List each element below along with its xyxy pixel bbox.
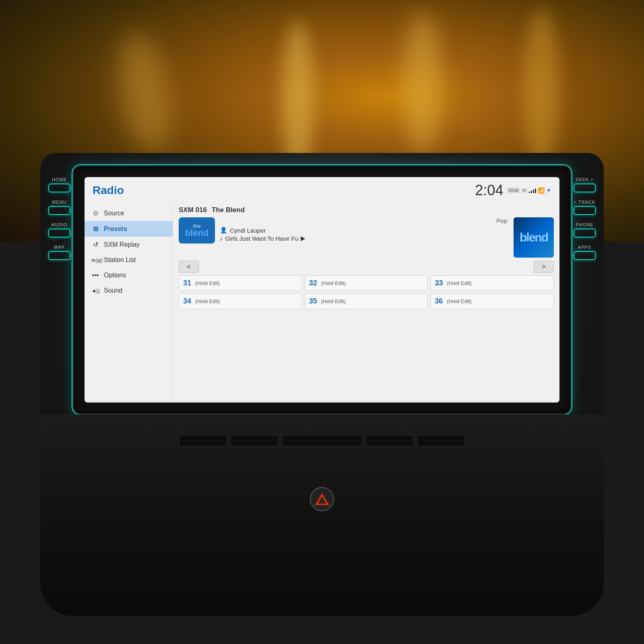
nav-item-presets[interactable]: ⊞ Presets bbox=[85, 221, 173, 237]
seek-label: SEEK > bbox=[576, 177, 594, 182]
sxm-replay-label: SXM Replay bbox=[104, 241, 140, 248]
preset-34-label: (Hold Edit) bbox=[195, 298, 220, 304]
station-list-label: Station List bbox=[104, 256, 136, 264]
track-btn-group: < TRACK bbox=[574, 200, 596, 215]
preset-34-number: 34 bbox=[183, 297, 193, 305]
dcm-icon-1: DCM bbox=[507, 188, 520, 193]
apps-btn-group: APPS bbox=[574, 245, 596, 260]
infotainment-screen: Radio 2:04 DCM ≡≡ 📶 ✶ bbox=[85, 177, 559, 402]
nav-item-station-list[interactable]: ≋(ψ) Station List bbox=[85, 252, 173, 268]
sxm-replay-icon: ↺ bbox=[91, 241, 100, 248]
signal-bars bbox=[529, 188, 536, 193]
nav-menu: ⊙ Source ⊞ Presets ↺ SXM Replay ≋(ψ) Sta… bbox=[85, 202, 173, 402]
track-row: ♪ Girls Just Want To Have Fu ▶ bbox=[220, 235, 509, 242]
station-channel: SXM 016 bbox=[179, 206, 207, 214]
status-icons: DCM ≡≡ 📶 ✶ bbox=[507, 187, 551, 194]
menu-label: MENU bbox=[52, 200, 66, 204]
presets-label: Presets bbox=[104, 225, 127, 233]
station-info-row: SXM 016 The Blend bbox=[179, 206, 554, 214]
track-button[interactable] bbox=[574, 206, 596, 215]
dcm-icon-2: ≡≡ bbox=[521, 188, 527, 193]
vent-slot-3 bbox=[282, 435, 362, 447]
nav-item-source[interactable]: ⊙ Source bbox=[85, 205, 173, 221]
next-arrow-icon: > bbox=[542, 263, 545, 270]
preset-35-label: (Hold Edit) bbox=[321, 298, 346, 304]
next-arrow-button[interactable]: > bbox=[534, 261, 554, 273]
signal-bar-3 bbox=[533, 190, 534, 193]
preset-button-35[interactable]: 35 (Hold Edit) bbox=[305, 293, 428, 309]
preset-button-31[interactable]: 31 (Hold Edit) bbox=[179, 275, 302, 291]
screen-time: 2:04 bbox=[475, 182, 503, 199]
presets-icon: ⊞ bbox=[91, 225, 100, 233]
preset-35-number: 35 bbox=[309, 297, 319, 305]
screen-title: Radio bbox=[93, 184, 124, 197]
source-label: Source bbox=[104, 210, 124, 217]
map-btn-group: MAP bbox=[48, 245, 70, 260]
station-list-icon: ≋(ψ) bbox=[91, 257, 100, 263]
vent-slot-5 bbox=[417, 435, 465, 447]
preset-33-label: (Hold Edit) bbox=[447, 280, 471, 286]
nav-item-sound[interactable]: ◄)) Sound bbox=[85, 283, 173, 298]
prev-arrow-button[interactable]: < bbox=[179, 261, 199, 273]
options-label: Options bbox=[104, 272, 126, 279]
hazard-triangle-icon bbox=[315, 493, 329, 505]
screen-bezel: Radio 2:04 DCM ≡≡ 📶 ✶ bbox=[72, 165, 572, 415]
apps-button[interactable] bbox=[574, 251, 596, 260]
bg-glow-4 bbox=[523, 8, 559, 169]
vent-slot-1 bbox=[179, 435, 227, 447]
bluetooth-icon: 📶 bbox=[538, 187, 545, 194]
preset-31-label: (Hold Edit) bbox=[195, 280, 220, 286]
preset-button-34[interactable]: 34 (Hold Edit) bbox=[179, 293, 302, 309]
phone-button[interactable] bbox=[574, 229, 596, 237]
seek-btn-group: SEEK > bbox=[574, 177, 596, 192]
source-icon: ⊙ bbox=[91, 209, 100, 217]
map-button[interactable] bbox=[48, 251, 70, 260]
vent-row bbox=[179, 435, 465, 447]
signal-bar-4 bbox=[535, 188, 536, 193]
preset-33-number: 33 bbox=[435, 279, 444, 287]
bluetooth-symbol: ✶ bbox=[546, 187, 551, 194]
right-button-group: SEEK > < TRACK PHONE APPS bbox=[574, 177, 596, 260]
left-button-group: HOME MENU AUDIO MAP bbox=[48, 177, 70, 260]
artwork-text: blend bbox=[520, 231, 548, 244]
hazard-button[interactable] bbox=[310, 487, 334, 511]
play-icon: ▶ bbox=[301, 235, 305, 242]
preset-36-number: 36 bbox=[435, 297, 444, 305]
genre-label: Pop bbox=[496, 217, 507, 224]
vent-slot-4 bbox=[365, 435, 414, 447]
station-artwork: blend bbox=[514, 217, 554, 258]
home-label: HOME bbox=[52, 177, 67, 182]
preset-32-label: (Hold Edit) bbox=[321, 280, 346, 286]
signal-bar-2 bbox=[531, 191, 532, 193]
preset-31-number: 31 bbox=[183, 279, 193, 287]
menu-button[interactable] bbox=[48, 206, 70, 215]
audio-btn-group: AUDIO bbox=[48, 222, 70, 237]
home-btn-group: HOME bbox=[48, 177, 70, 192]
preset-button-33[interactable]: 33 (Hold Edit) bbox=[430, 275, 554, 291]
preset-button-36[interactable]: 36 (Hold Edit) bbox=[430, 293, 554, 309]
nav-item-sxm-replay[interactable]: ↺ SXM Replay bbox=[85, 237, 173, 252]
home-button[interactable] bbox=[48, 184, 70, 192]
preset-button-32[interactable]: 32 (Hold Edit) bbox=[305, 275, 428, 291]
bg-glow-3 bbox=[402, 12, 443, 153]
presets-grid: 31 (Hold Edit) 32 (Hold Edit) 33 (Hold E… bbox=[179, 275, 554, 309]
seek-button[interactable] bbox=[574, 184, 596, 192]
preset-32-number: 32 bbox=[309, 279, 319, 287]
track-icon: ♪ bbox=[220, 235, 223, 242]
vent-slot-2 bbox=[230, 435, 279, 447]
signal-bar-1 bbox=[529, 192, 530, 193]
blend-logo-inner: the blend bbox=[185, 223, 209, 237]
screen-body: ⊙ Source ⊞ Presets ↺ SXM Replay ≋(ψ) Sta… bbox=[85, 202, 559, 402]
blend-logo-big-text: blend bbox=[185, 229, 209, 237]
artist-icon: 👤 bbox=[220, 227, 227, 234]
now-playing: the blend Pop 👤 Cy bbox=[179, 217, 554, 258]
audio-button[interactable] bbox=[48, 229, 70, 237]
track-label: < TRACK bbox=[574, 200, 596, 204]
track-name: Girls Just Want To Have Fu bbox=[225, 235, 299, 242]
phone-label: PHONE bbox=[576, 222, 593, 227]
blend-logo-box: the blend bbox=[179, 217, 215, 244]
nav-item-options[interactable]: ••• Options bbox=[85, 268, 173, 283]
apps-label: APPS bbox=[578, 245, 591, 250]
screen-header: Radio 2:04 DCM ≡≡ 📶 ✶ bbox=[85, 177, 559, 202]
station-name: The Blend bbox=[212, 206, 245, 214]
